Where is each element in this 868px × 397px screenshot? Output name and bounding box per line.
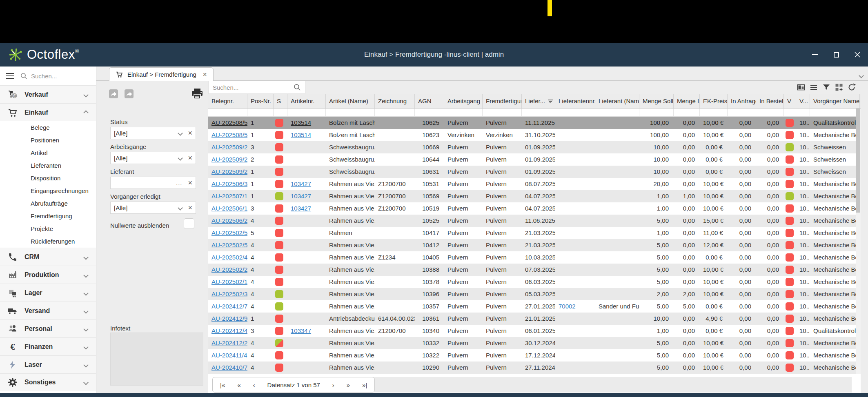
table-filter-row[interactable] bbox=[208, 109, 861, 117]
export-document-button[interactable] bbox=[108, 88, 119, 100]
sidebar-item-eingangsrechnungen[interactable]: Eingangsrechnungen bbox=[0, 184, 96, 197]
refresh-button[interactable] bbox=[847, 82, 857, 92]
belegnr-link[interactable]: AU-202507/1 bbox=[211, 193, 247, 200]
column-header-v[interactable]: V bbox=[784, 94, 796, 108]
column-header-soll[interactable]: Menge Soll bbox=[639, 94, 674, 108]
belegnr-link[interactable]: AU-202509/2 bbox=[211, 144, 247, 151]
artikelnr-link[interactable]: 103514 bbox=[291, 119, 311, 126]
table-row[interactable]: AU-202410/74Rahmen aus Vie...10290Pulver… bbox=[208, 362, 861, 374]
fast-next-button[interactable]: » bbox=[347, 382, 350, 388]
sidebar-group-laser[interactable]: Laser bbox=[0, 355, 96, 373]
last-page-button[interactable]: »| bbox=[362, 382, 367, 388]
belegnr-link[interactable]: AU-202412/7 bbox=[211, 303, 247, 310]
artikelnr-link[interactable]: 103514 bbox=[291, 131, 311, 138]
belegnr-link[interactable]: AU-202509/2 bbox=[211, 168, 247, 175]
artikelnr-link[interactable]: 103347 bbox=[291, 327, 311, 334]
table-search-input[interactable]: Suchen... bbox=[208, 81, 305, 94]
artikelnr-link[interactable]: 103427 bbox=[291, 180, 311, 187]
table-row[interactable]: AU-202502/24Rahmen aus Vie...10388Pulver… bbox=[208, 264, 861, 276]
table-row[interactable]: AU-202412/24Rahmen aus Vie...10332Pulver… bbox=[208, 337, 861, 349]
table-row[interactable]: AU-202506/13103427Rahmen aus Vie...Z1200… bbox=[208, 202, 861, 215]
belegnr-link[interactable]: AU-202506/3 bbox=[211, 180, 247, 187]
clear-filter-icon[interactable]: × bbox=[188, 204, 192, 211]
minimize-button[interactable] bbox=[804, 43, 826, 67]
column-header-fremdfertigung[interactable]: Fremdfertigung bbox=[483, 94, 522, 108]
table-row[interactable]: AU-202507/11103427Rahmen aus Vie...Z1200… bbox=[208, 190, 861, 202]
column-header-artikelnr[interactable]: Artikelnr. bbox=[287, 94, 326, 108]
belegnr-link[interactable]: AU-202506/1 bbox=[211, 205, 247, 212]
scrollbar-thumb[interactable] bbox=[856, 109, 860, 213]
sidebar-group-versand[interactable]: Versand bbox=[0, 302, 96, 319]
column-header-s[interactable]: S bbox=[274, 94, 287, 108]
column-header-liefer[interactable]: Liefer... bbox=[522, 94, 555, 108]
artikelnr-link[interactable]: 103427 bbox=[291, 205, 311, 212]
belegnr-link[interactable]: AU-202506/2 bbox=[211, 217, 247, 224]
table-row[interactable]: AU-202412/43103347Rahmen aus Vie...Z1200… bbox=[208, 325, 861, 337]
table-row[interactable]: AU-202509/22Schweissbaugru...10644Pulver… bbox=[208, 153, 861, 166]
artikelnr-link[interactable]: 103427 bbox=[291, 193, 311, 200]
close-button[interactable] bbox=[847, 43, 868, 67]
column-header-bestell[interactable]: In Bestell... bbox=[756, 94, 784, 108]
add-column-button[interactable] bbox=[834, 82, 844, 92]
belegnr-link[interactable]: AU-202502/3 bbox=[211, 291, 247, 297]
chevron-down-icon[interactable] bbox=[178, 129, 182, 137]
belegnr-link[interactable]: AU-202502/5 bbox=[211, 229, 247, 236]
belegnr-link[interactable]: AU-202411/4 bbox=[211, 352, 247, 359]
vorgaenger-filter-select[interactable]: [Alle] × bbox=[110, 202, 196, 214]
table-row[interactable]: AU-202506/31103427Rahmen aus Vie...Z1200… bbox=[208, 178, 861, 190]
belegnr-link[interactable]: AU-202502/4 bbox=[211, 254, 247, 261]
table-row[interactable]: AU-202508/51103514Bolzen mit Lasche10623… bbox=[208, 129, 861, 141]
infotext-textarea[interactable] bbox=[110, 333, 203, 386]
fast-prev-button[interactable]: « bbox=[237, 382, 240, 388]
table-row[interactable]: AU-202506/24Rahmen aus Vie...10525Pulver… bbox=[208, 215, 861, 227]
column-header-ist[interactable]: Menge Ist bbox=[674, 94, 700, 108]
nullwerte-checkbox[interactable] bbox=[184, 218, 194, 229]
sidebar-group-verkauf[interactable]: € Verkauf bbox=[0, 85, 96, 103]
belegnr-link[interactable]: AU-202412/2 bbox=[211, 339, 247, 346]
arbeitsgaenge-filter-select[interactable]: [Alle] × bbox=[110, 152, 196, 164]
tab-close-icon[interactable]: × bbox=[203, 71, 207, 78]
sidebar-item-projekte[interactable]: Projekte bbox=[0, 222, 96, 235]
column-header-name[interactable]: Artikel (Name) bbox=[326, 94, 375, 108]
clear-filter-icon[interactable]: × bbox=[188, 154, 192, 162]
tab-einkauf-fremdfertigung[interactable]: Einkauf > Fremdfertigung × bbox=[109, 67, 214, 81]
table-row[interactable]: AU-202502/54Rahmen aus Vie...10412Pulver… bbox=[208, 239, 861, 251]
next-page-button[interactable]: › bbox=[332, 382, 334, 388]
sidebar-item-disposition[interactable]: Disposition bbox=[0, 172, 96, 184]
column-header-arbeitsgang[interactable]: Arbeitsgang bbox=[444, 94, 483, 108]
sidebar-search-input[interactable]: Suchen... bbox=[20, 73, 90, 80]
sidebar-item-lieferanten[interactable]: Lieferanten bbox=[0, 159, 96, 172]
chevron-down-icon[interactable] bbox=[178, 154, 182, 162]
status-filter-select[interactable]: [Alle] × bbox=[110, 127, 196, 139]
table-row[interactable]: AU-202502/34Rahmen aus Vie...10396Pulver… bbox=[208, 288, 861, 300]
prev-page-button[interactable]: ‹ bbox=[253, 382, 255, 388]
sidebar-group-produktion[interactable]: Produktion bbox=[0, 266, 96, 284]
table-row[interactable]: AU-202412/74Rahmen aus Vie...10357Pulver… bbox=[208, 300, 861, 313]
filter-funnel-button[interactable] bbox=[821, 82, 831, 92]
belegnr-link[interactable]: AU-202502/2 bbox=[211, 266, 247, 273]
list-view-toggle-button[interactable] bbox=[809, 82, 819, 92]
table-row[interactable]: AU-202412/91Antriebsabdecku...614.04.00.… bbox=[208, 313, 861, 325]
clear-filter-icon[interactable]: × bbox=[188, 129, 192, 137]
column-header-lieferantennr[interactable]: Lieferantennr. bbox=[555, 94, 595, 108]
sidebar-group-sonstiges[interactable]: Sonstiges bbox=[0, 373, 96, 391]
clear-filter-icon[interactable]: × bbox=[188, 179, 192, 186]
belegnr-link[interactable]: AU-202412/9 bbox=[211, 315, 247, 322]
belegnr-link[interactable]: AU-202509/2 bbox=[211, 156, 247, 163]
sidebar-item-positionen[interactable]: Positionen bbox=[0, 134, 96, 146]
table-row[interactable]: AU-202411/44Rahmen aus Vie...10322Pulver… bbox=[208, 349, 861, 362]
column-header-pos[interactable]: Pos-Nr. bbox=[247, 94, 274, 108]
column-header-agn[interactable]: AGN bbox=[415, 94, 444, 108]
column-header-zeichnung[interactable]: Zeichnung bbox=[375, 94, 415, 108]
table-row[interactable]: AU-202508/51103514Bolzen mit Lasche10625… bbox=[208, 117, 861, 129]
sidebar-group-personal[interactable]: Personal bbox=[0, 319, 96, 337]
first-page-button[interactable]: |« bbox=[220, 382, 225, 388]
tab-overflow-chevron-icon[interactable] bbox=[859, 72, 863, 79]
sidebar-item-ruecklieferungen[interactable]: Rücklieferungen bbox=[0, 235, 96, 248]
card-view-toggle-button[interactable] bbox=[796, 82, 806, 92]
sidebar-group-lager[interactable]: Lager bbox=[0, 284, 96, 302]
table-row[interactable]: AU-202509/21Schweissbaugru...10631Pulver… bbox=[208, 166, 861, 178]
column-header-belegnr[interactable]: Belegnr. bbox=[208, 94, 247, 108]
lieferant-filter-input[interactable]: ... × bbox=[110, 177, 196, 189]
sidebar-item-fremdfertigung[interactable]: Fremdfertigung bbox=[0, 210, 96, 222]
